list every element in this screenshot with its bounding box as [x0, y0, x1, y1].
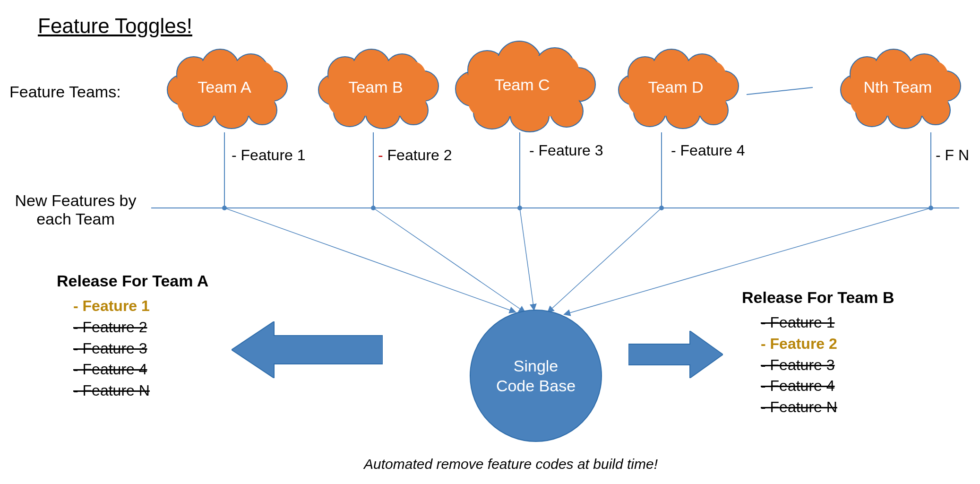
- team-cloud-c-label: Team C: [451, 43, 593, 128]
- release-b-feature-n: - Feature N: [761, 397, 837, 418]
- feature-label-2: - Feature 2: [378, 147, 452, 164]
- release-b-feature-1: - Feature 1: [761, 312, 837, 333]
- feature-label-4: - Feature 4: [671, 142, 745, 159]
- svg-line-13: [373, 208, 524, 312]
- team-cloud-d-label: Team D: [614, 50, 737, 125]
- feature-label-1: - Feature 1: [232, 147, 306, 164]
- svg-point-11: [928, 206, 933, 210]
- team-cloud-b: Team B: [314, 50, 437, 125]
- svg-line-14: [520, 208, 534, 310]
- team-cloud-n: Nth Team: [836, 50, 959, 125]
- diagram-canvas: Feature Toggles! Feature Teams: New Feat…: [0, 0, 980, 484]
- team-cloud-c: Team C: [451, 43, 593, 128]
- release-a-feature-2: - Feature 2: [73, 317, 150, 338]
- team-cloud-d: Team D: [614, 50, 737, 125]
- feature-teams-label: Feature Teams:: [9, 83, 121, 101]
- feature-label-3: - Feature 3: [529, 142, 603, 159]
- release-team-b-title: Release For Team B: [742, 288, 894, 307]
- svg-point-10: [659, 206, 664, 210]
- release-team-a-title: Release For Team A: [57, 272, 208, 290]
- release-b-feature-4: - Feature 4: [761, 375, 837, 397]
- svg-line-12: [224, 208, 515, 312]
- feature-label-n: - F N: [936, 147, 969, 164]
- team-cloud-b-label: Team B: [314, 50, 437, 125]
- caption-text: Automated remove feature codes at build …: [364, 456, 658, 472]
- block-arrow-right: [628, 331, 723, 378]
- team-cloud-n-label: Nth Team: [836, 50, 959, 125]
- single-code-base-label: SingleCode Base: [496, 356, 576, 396]
- release-a-feature-3: - Feature 3: [73, 338, 150, 359]
- svg-line-15: [548, 208, 662, 312]
- single-code-base: SingleCode Base: [470, 310, 602, 442]
- svg-line-1: [747, 87, 813, 95]
- release-b-feature-2: - Feature 2: [761, 333, 837, 354]
- release-b-feature-3: - Feature 3: [761, 354, 837, 376]
- release-a-feature-1: - Feature 1: [73, 295, 150, 317]
- release-b-list: - Feature 1 - Feature 2 - Feature 3 - Fe…: [761, 312, 837, 418]
- svg-point-7: [222, 206, 227, 210]
- team-cloud-a: Team A: [163, 50, 286, 125]
- release-a-feature-4: - Feature 4: [73, 359, 150, 380]
- release-a-feature-n: - Feature N: [73, 380, 150, 401]
- svg-point-9: [517, 206, 522, 210]
- svg-point-8: [371, 206, 376, 210]
- release-a-list: - Feature 1 - Feature 2 - Feature 3 - Fe…: [73, 295, 150, 401]
- block-arrow-left: [232, 321, 383, 378]
- page-title: Feature Toggles!: [38, 14, 192, 38]
- new-features-label: New Features by each Team: [0, 191, 151, 228]
- team-cloud-a-label: Team A: [163, 50, 286, 125]
